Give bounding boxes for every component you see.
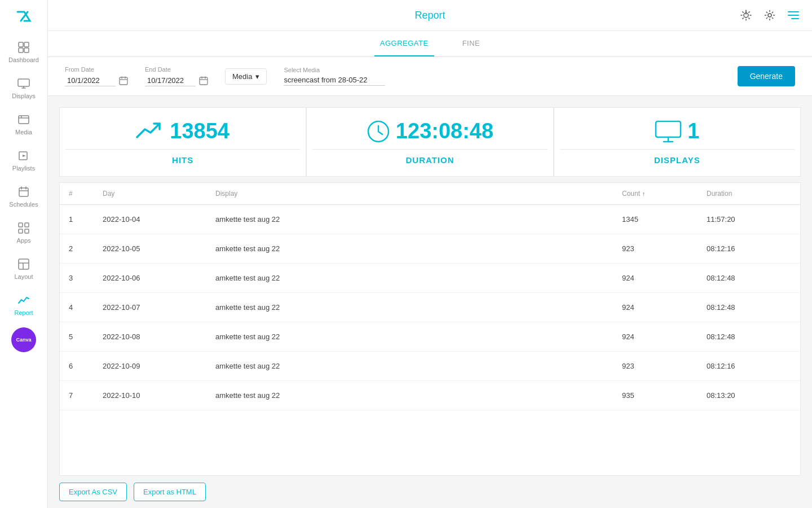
cell-duration: 08:12:16 — [707, 362, 791, 370]
cell-num: 7 — [69, 391, 103, 400]
logo[interactable] — [12, 6, 35, 28]
svg-rect-2 — [19, 48, 23, 52]
cell-duration: 08:13:20 — [707, 391, 791, 400]
cell-day: 2022-10-10 — [103, 391, 215, 400]
end-date-group: End Date — [145, 66, 208, 86]
from-date-label: From Date — [65, 66, 128, 73]
table-row: 5 2022-10-08 amkette test aug 22 924 08:… — [60, 322, 800, 352]
sidebar-item-layout[interactable]: Layout — [0, 251, 47, 287]
cell-day: 2022-10-07 — [103, 303, 215, 312]
stat-card-hits: 13854 HITS — [59, 107, 306, 177]
cell-day: 2022-10-06 — [103, 274, 215, 282]
svg-rect-12 — [25, 229, 29, 233]
sidebar-item-schedules[interactable]: Schedules — [0, 178, 47, 214]
col-header-display: Display — [215, 190, 622, 198]
data-table: # Day Display Count ↑ Duration 1 20 — [59, 182, 801, 476]
generate-button[interactable]: Generate — [738, 66, 795, 86]
from-date-input[interactable] — [65, 75, 116, 86]
svg-rect-16 — [120, 77, 127, 85]
tabs-bar: AGGREGATE FINE — [48, 31, 812, 57]
cell-count: 924 — [622, 303, 707, 312]
sidebar-item-label: Playlists — [12, 165, 35, 172]
cell-duration: 08:12:16 — [707, 244, 791, 253]
content-area: AGGREGATE FINE From Date — [48, 31, 812, 508]
svg-rect-4 — [18, 79, 29, 86]
svg-rect-5 — [19, 116, 29, 124]
col-header-count[interactable]: Count ↑ — [622, 190, 707, 198]
cell-count: 923 — [622, 362, 707, 370]
sidebar-item-label: Report — [14, 309, 33, 316]
sidebar-item-displays[interactable]: Displays — [0, 70, 47, 106]
table-row: 1 2022-10-04 amkette test aug 22 1345 11… — [60, 205, 800, 234]
from-date-calendar-icon[interactable] — [119, 76, 128, 85]
media-label: Media — [232, 72, 252, 81]
sidebar-item-report[interactable]: Report — [0, 287, 47, 323]
col-header-duration: Duration — [707, 190, 791, 198]
settings-icon[interactable] — [762, 8, 777, 23]
cell-day: 2022-10-04 — [103, 215, 215, 224]
svg-rect-1 — [24, 42, 29, 47]
hits-divider — [65, 149, 300, 150]
stat-card-duration: 123:08:48 DURATION — [306, 107, 553, 177]
from-date-input-wrapper — [65, 75, 128, 86]
sidebar-item-dashboard[interactable]: Dashboard — [0, 34, 47, 70]
tab-fine[interactable]: FINE — [457, 31, 486, 56]
monitor-icon — [655, 120, 682, 143]
select-media-value[interactable]: screencast from 28-05-22 — [284, 76, 385, 86]
cell-num: 4 — [69, 303, 103, 312]
sidebar-item-label: Displays — [12, 93, 36, 99]
end-date-input[interactable] — [145, 75, 196, 86]
menu-icon[interactable] — [786, 8, 801, 23]
cell-count: 924 — [622, 274, 707, 282]
duration-value-row: 123:08:48 — [367, 119, 493, 143]
cell-count: 935 — [622, 391, 707, 400]
from-date-group: From Date — [65, 66, 128, 86]
cell-count: 923 — [622, 244, 707, 253]
displays-icon — [17, 77, 30, 90]
svg-rect-19 — [656, 121, 681, 137]
cell-num: 6 — [69, 362, 103, 370]
cell-display: amkette test aug 22 — [215, 362, 622, 370]
export-html-button[interactable]: Export as HTML — [134, 483, 206, 501]
playlists-icon — [17, 149, 30, 163]
table-body: 1 2022-10-04 amkette test aug 22 1345 11… — [60, 205, 800, 475]
sidebar-item-label: Media — [15, 129, 32, 135]
cell-num: 3 — [69, 274, 103, 282]
media-icon — [17, 113, 30, 126]
export-csv-button[interactable]: Export As CSV — [59, 483, 127, 501]
duration-label: DURATION — [405, 155, 454, 165]
canva-label: Canva — [16, 337, 31, 343]
schedules-icon — [17, 185, 30, 199]
svg-rect-10 — [25, 223, 29, 227]
table-row: 3 2022-10-06 amkette test aug 22 924 08:… — [60, 264, 800, 293]
cell-duration: 08:12:48 — [707, 303, 791, 312]
stat-card-displays: 1 DISPLAYS — [554, 107, 801, 177]
sidebar-item-label: Dashboard — [8, 56, 39, 63]
brightness-icon[interactable] — [739, 8, 753, 23]
cell-count: 924 — [622, 332, 707, 341]
svg-rect-11 — [19, 229, 23, 233]
displays-value: 1 — [687, 119, 699, 143]
header-icons — [739, 8, 801, 23]
table-row: 6 2022-10-09 amkette test aug 22 923 08:… — [60, 352, 800, 381]
sidebar-item-playlists[interactable]: Playlists — [0, 142, 47, 178]
cell-duration: 11:57:20 — [707, 215, 791, 224]
sidebar-item-media[interactable]: Media — [0, 106, 47, 142]
table-row: 4 2022-10-07 amkette test aug 22 924 08:… — [60, 293, 800, 322]
main-content: Report — [48, 0, 812, 508]
sidebar-item-label: Layout — [14, 273, 33, 280]
tab-aggregate[interactable]: AGGREGATE — [374, 31, 434, 56]
sidebar-item-apps[interactable]: Apps — [0, 214, 47, 251]
cell-display: amkette test aug 22 — [215, 391, 622, 400]
cell-duration: 08:12:48 — [707, 332, 791, 341]
displays-divider — [560, 149, 795, 150]
filters-bar: From Date End Date — [48, 57, 812, 96]
media-dropdown-arrow: ▾ — [255, 72, 259, 81]
end-date-input-wrapper — [145, 75, 208, 86]
canva-button[interactable]: Canva — [11, 327, 36, 352]
col-header-number: # — [69, 190, 103, 198]
cell-display: amkette test aug 22 — [215, 332, 622, 341]
end-date-calendar-icon[interactable] — [199, 76, 208, 85]
dashboard-icon — [17, 41, 30, 54]
media-dropdown[interactable]: Media ▾ — [225, 68, 267, 85]
